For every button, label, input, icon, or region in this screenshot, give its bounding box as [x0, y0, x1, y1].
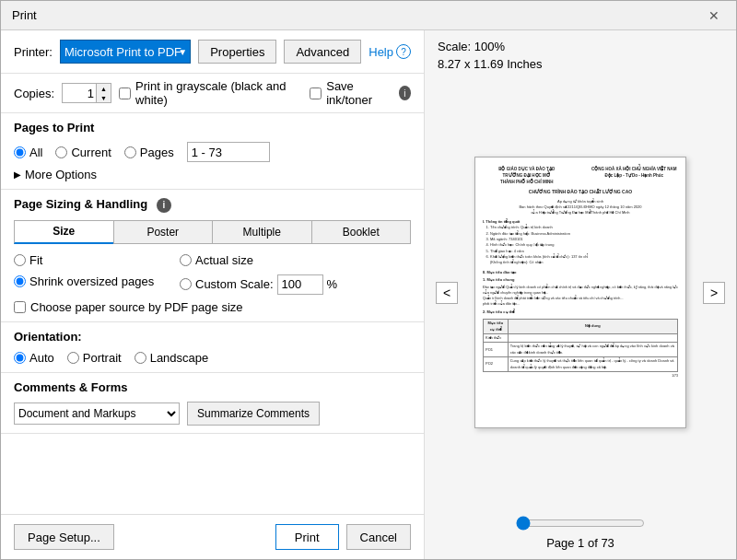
more-options[interactable]: ▶ More Options [14, 168, 411, 181]
printer-dropdown-wrap: Microsoft Print to PDF ▼ [60, 40, 191, 64]
preview-container: < BỘ GIÁO DỤC VÀ ĐÀO TẠOTRƯỜNG ĐẠI HỌC M… [434, 76, 727, 508]
portrait-label: Portrait [83, 351, 122, 365]
shrink-radio[interactable] [14, 275, 26, 287]
shrink-item: Shrink oversized pages [14, 274, 180, 288]
cancel-button[interactable]: Cancel [346, 524, 411, 550]
choose-paper-item: Choose paper source by PDF page size [14, 300, 411, 314]
tab-poster[interactable]: Poster [113, 220, 213, 244]
page-sizing-title: Page Sizing & Handling i [14, 197, 411, 213]
close-button[interactable]: ✕ [703, 6, 725, 25]
action-buttons: Print Cancel [275, 524, 411, 550]
landscape-radio[interactable] [135, 352, 146, 364]
auto-radio[interactable] [14, 352, 26, 364]
print-dialog: Print ✕ Printer: Microsoft Print to PDF … [0, 0, 737, 560]
pages-current-radio[interactable] [55, 146, 67, 158]
save-ink-label: Save ink/toner [326, 79, 390, 107]
triangle-right-icon: ▶ [14, 169, 21, 180]
copies-label: Copies: [14, 87, 54, 100]
tab-size[interactable]: Size [14, 220, 113, 244]
save-ink-row: Save ink/toner i [310, 79, 411, 107]
bottom-row: Page Setup... Print Cancel [1, 514, 424, 559]
copies-spinner: ▲ ▼ [96, 84, 111, 102]
copies-input-wrap: ▲ ▼ [62, 83, 111, 103]
landscape-label: Landscape [150, 351, 209, 365]
sizing-options-row: Fit Shrink oversized pages Actual size [14, 253, 411, 295]
dialog-body: Printer: Microsoft Print to PDF ▼ Proper… [1, 30, 736, 559]
landscape-item: Landscape [135, 351, 209, 365]
page-sizing-info-icon: i [157, 198, 171, 213]
fit-radio[interactable] [14, 254, 26, 266]
summarize-button[interactable]: Summarize Comments [187, 402, 320, 426]
tab-multiple[interactable]: Multiple [212, 220, 311, 244]
comments-row: Document and Markups Document Only Docum… [14, 402, 411, 426]
custom-scale-input[interactable] [277, 274, 323, 295]
actual-size-radio[interactable] [180, 254, 192, 266]
preview-page: BỘ GIÁO DỤC VÀ ĐÀO TẠOTRƯỜNG ĐẠI HỌC MỞT… [474, 157, 686, 428]
orientation-section: Orientation: Auto Portrait Landscape [1, 322, 424, 373]
scale-label: Scale: 100% [434, 40, 505, 53]
auto-item: Auto [14, 351, 54, 365]
pages-pages-radio[interactable] [124, 146, 136, 158]
comments-section: Comments & Forms Document and Markups Do… [1, 373, 424, 434]
pages-all-label: All [29, 146, 42, 159]
custom-scale-radio[interactable] [180, 278, 192, 290]
pages-pages-item: Pages [124, 146, 174, 159]
pages-all-item: All [14, 146, 42, 159]
copies-input[interactable] [63, 84, 96, 102]
fit-label: Fit [29, 253, 42, 267]
page-sizing-tabs: Size Poster Multiple Booklet [14, 220, 411, 244]
custom-scale-label: Custom Scale: [195, 277, 274, 291]
pages-radio-group: All Current Pages [14, 142, 411, 162]
sizing-left-col: Fit Shrink oversized pages [14, 253, 180, 295]
copies-down-button[interactable]: ▼ [96, 93, 111, 102]
grayscale-label: Print in grayscale (black and white) [135, 79, 295, 107]
copies-right: Print in grayscale (black and white) Sav… [119, 79, 411, 107]
pages-range-input[interactable] [187, 142, 270, 162]
tab-booklet[interactable]: Booklet [311, 220, 412, 244]
choose-paper-label: Choose paper source by PDF page size [30, 300, 243, 314]
orientation-row: Auto Portrait Landscape [14, 351, 411, 365]
page-size-label: 8.27 x 11.69 Inches [434, 57, 542, 71]
page-nav-row [434, 516, 727, 531]
page-setup-button[interactable]: Page Setup... [14, 524, 114, 550]
next-page-button[interactable]: > [703, 282, 725, 304]
grayscale-row: Print in grayscale (black and white) [119, 79, 295, 107]
printer-row: Printer: Microsoft Print to PDF ▼ Proper… [1, 30, 424, 74]
info-icon: i [399, 86, 411, 100]
grayscale-checkbox[interactable] [119, 88, 131, 99]
choose-paper-checkbox[interactable] [14, 301, 26, 313]
sizing-right-col: Actual size Custom Scale: % [180, 253, 411, 295]
preview-content: BỘ GIÁO DỤC VÀ ĐÀO TẠOTRƯỜNG ĐẠI HỌC MỞT… [475, 158, 685, 388]
print-button[interactable]: Print [275, 524, 339, 550]
portrait-radio[interactable] [67, 352, 79, 364]
copies-up-button[interactable]: ▲ [96, 84, 111, 93]
preview-header: BỘ GIÁO DỤC VÀ ĐÀO TẠOTRƯỜNG ĐẠI HỌC MỞT… [483, 167, 678, 185]
dialog-title: Print [12, 8, 37, 22]
percent-label: % [327, 277, 338, 291]
comments-select[interactable]: Document and Markups Document Only Docum… [14, 402, 180, 425]
pages-to-print-section: Pages to Print All Current Pages [1, 113, 424, 190]
page-sizing-section: Page Sizing & Handling i Size Poster Mul… [1, 190, 424, 322]
help-icon: ? [396, 44, 411, 59]
pages-to-print-title: Pages to Print [14, 121, 411, 134]
advanced-button[interactable]: Advanced [284, 40, 361, 64]
custom-scale-item: Custom Scale: % [180, 274, 337, 295]
save-ink-checkbox[interactable] [310, 88, 322, 99]
right-panel: Scale: 100% 8.27 x 11.69 Inches < BỘ GIÁ… [425, 30, 736, 559]
help-link[interactable]: Help ? [368, 44, 411, 59]
help-label: Help [368, 45, 393, 59]
properties-button[interactable]: Properties [198, 40, 276, 64]
auto-label: Auto [29, 351, 54, 365]
shrink-label: Shrink oversized pages [29, 274, 154, 288]
pages-current-item: Current [55, 146, 111, 159]
prev-page-button[interactable]: < [436, 282, 458, 304]
printer-select[interactable]: Microsoft Print to PDF [60, 40, 191, 64]
orientation-title: Orientation: [14, 330, 411, 344]
pages-pages-label: Pages [140, 146, 174, 159]
left-panel: Printer: Microsoft Print to PDF ▼ Proper… [1, 30, 425, 559]
copies-row: Copies: ▲ ▼ Print in grayscale (black an… [1, 74, 424, 113]
title-bar: Print ✕ [1, 1, 736, 30]
page-info: Page 1 of 73 [546, 536, 614, 550]
pages-all-radio[interactable] [14, 146, 26, 158]
page-slider[interactable] [516, 516, 645, 531]
